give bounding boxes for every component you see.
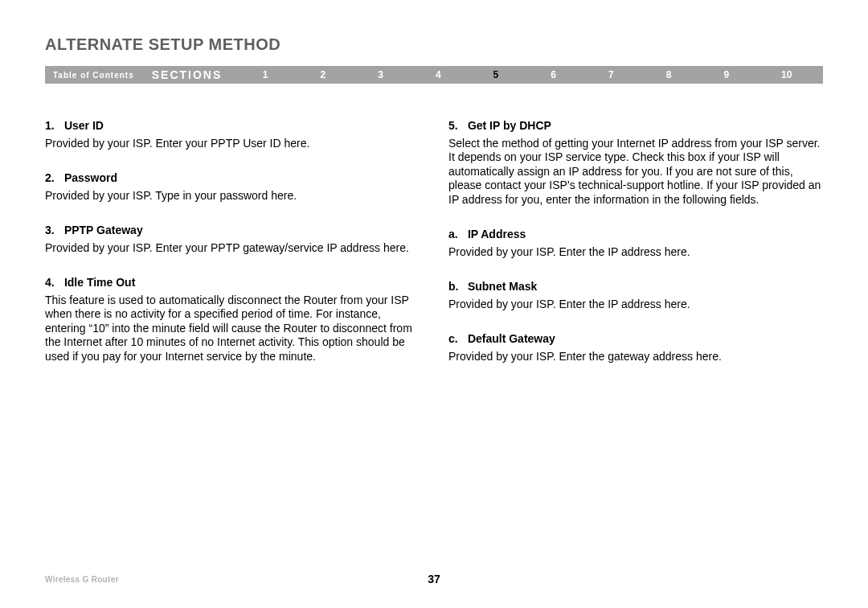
body-subnet-mask: Provided by your ISP. Enter the IP addre… [448, 298, 823, 312]
heading-pptp-gateway: 3. PPTP Gateway [45, 224, 420, 238]
heading-title: Get IP by DHCP [468, 119, 551, 132]
heading-title: IP Address [468, 228, 526, 240]
body-user-id: Provided by your ISP. Enter your PPTP Us… [45, 137, 420, 151]
document-page: ALTERNATE SETUP METHOD Table of Contents… [0, 0, 868, 608]
heading-number: 5. [448, 119, 465, 134]
section-link-2[interactable]: 2 [317, 69, 329, 80]
heading-subnet-mask: b. Subnet Mask [448, 280, 823, 294]
heading-number: 2. [45, 171, 61, 186]
section-link-6[interactable]: 6 [547, 69, 559, 80]
section-link-7[interactable]: 7 [605, 69, 617, 80]
page-title: ALTERNATE SETUP METHOD [45, 35, 280, 54]
heading-title: PPTP Gateway [64, 224, 143, 236]
heading-title: Password [64, 171, 117, 184]
body-default-gateway: Provided by your ISP. Enter the gateway … [448, 350, 823, 364]
heading-number: 3. [45, 224, 61, 238]
heading-number: 1. [45, 119, 61, 134]
body-ip-address: Provided by your ISP. Enter the IP addre… [448, 245, 823, 260]
sections-label: SECTIONS [152, 68, 231, 81]
section-link-10[interactable]: 10 [778, 69, 795, 80]
heading-idle-timeout: 4. Idle Time Out [45, 276, 420, 290]
heading-title: Default Gateway [468, 332, 555, 345]
heading-number: 4. [45, 276, 61, 290]
heading-title: Subnet Mask [468, 280, 537, 293]
section-link-4[interactable]: 4 [432, 69, 444, 80]
section-link-9[interactable]: 9 [720, 69, 732, 80]
section-link-8[interactable]: 8 [663, 69, 675, 80]
heading-password: 2. Password [45, 171, 420, 186]
heading-default-gateway: c. Default Gateway [448, 332, 823, 347]
heading-title: Idle Time Out [64, 276, 135, 289]
right-column: 5. Get IP by DHCP Select the method of g… [448, 119, 823, 364]
section-link-1[interactable]: 1 [260, 69, 272, 80]
body-pptp-gateway: Provided by your ISP. Enter your PPTP ga… [45, 241, 420, 256]
heading-title: User ID [64, 119, 104, 132]
section-nav-bar: Table of Contents SECTIONS 1 2 3 4 5 6 7… [45, 66, 823, 84]
heading-number: b. [448, 280, 465, 294]
toc-link[interactable]: Table of Contents [45, 71, 152, 80]
heading-get-ip-dhcp: 5. Get IP by DHCP [448, 119, 823, 134]
heading-number: a. [448, 228, 465, 242]
body-idle-timeout: This feature is used to automatically di… [45, 294, 420, 364]
body-password: Provided by your ISP. Type in your passw… [45, 189, 420, 203]
section-numbers: 1 2 3 4 5 6 7 8 9 10 [230, 69, 823, 80]
heading-number: c. [448, 332, 465, 347]
footer-page-number: 37 [0, 573, 868, 585]
heading-ip-address: a. IP Address [448, 228, 823, 242]
section-link-3[interactable]: 3 [375, 69, 387, 80]
body-get-ip-dhcp: Select the method of getting your Intern… [448, 137, 823, 207]
heading-user-id: 1. User ID [45, 119, 420, 134]
section-link-5-current[interactable]: 5 [490, 69, 502, 80]
content-columns: 1. User ID Provided by your ISP. Enter y… [45, 119, 823, 364]
left-column: 1. User ID Provided by your ISP. Enter y… [45, 119, 420, 364]
